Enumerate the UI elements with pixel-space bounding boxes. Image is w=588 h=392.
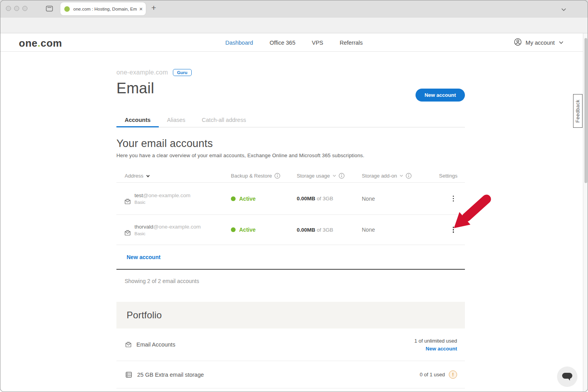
- backup-status: Active: [231, 227, 297, 233]
- page-scrollbar: [583, 33, 588, 392]
- portfolio-title: Portfolio: [127, 310, 162, 321]
- sort-chevron-icon: [332, 174, 336, 177]
- row-settings-kebab-icon[interactable]: [451, 194, 456, 203]
- table-row: thorvald@one-example.com Basic Active 0.…: [116, 215, 465, 245]
- info-icon: [339, 173, 345, 179]
- new-account-button[interactable]: New account: [416, 89, 465, 102]
- close-window-button[interactable]: [6, 6, 11, 11]
- tab-catch-all-address[interactable]: Catch-all address: [194, 114, 254, 127]
- portfolio-row-email-accounts: Email Accounts 1 of unlimited used New a…: [116, 328, 465, 361]
- email-accounts-table: Address Backup & Restore Storage usage S…: [116, 169, 465, 270]
- tab-aliases[interactable]: Aliases: [159, 114, 194, 127]
- column-header-storage-addon[interactable]: Storage add-on: [362, 173, 439, 179]
- email-address: test@one-example.com: [134, 192, 191, 198]
- new-tab-button[interactable]: +: [151, 3, 156, 13]
- portfolio-item-label: 25 GB Extra email storage: [137, 372, 204, 378]
- new-account-link[interactable]: New account: [127, 254, 160, 260]
- plan-label: Basic: [134, 200, 191, 205]
- storage-usage-value: 0.00MB of 3GB: [297, 227, 362, 233]
- chevron-down-icon: [559, 41, 564, 44]
- info-icon: [406, 173, 412, 179]
- my-account-menu[interactable]: My account: [514, 33, 564, 52]
- site-header: one.com Dashboard Office 365 VPS Referra…: [0, 33, 588, 52]
- storage-addon-value: None: [362, 196, 439, 202]
- storage-usage-value: 0.00MB of 3GB: [297, 196, 362, 201]
- email-account-icon: [125, 342, 131, 347]
- feedback-label: Feedback: [575, 100, 581, 123]
- section-description: Here you have a clear overview of your e…: [116, 152, 365, 158]
- column-header-backup[interactable]: Backup & Restore: [231, 173, 297, 179]
- chat-bubble-icon: [562, 372, 573, 381]
- nav-vps[interactable]: VPS: [312, 40, 323, 46]
- site-favicon: [64, 6, 70, 12]
- window-controls[interactable]: [6, 6, 27, 11]
- storage-icon: [125, 372, 132, 378]
- nav-dashboard[interactable]: Dashboard: [225, 40, 253, 46]
- section-title: Your email accounts: [116, 138, 213, 150]
- tab-title: one.com : Hosting, Domain, Ema: [73, 7, 137, 11]
- status-dot-icon: [231, 227, 236, 232]
- feedback-tab[interactable]: Feedback: [573, 94, 583, 128]
- column-header-storage-usage[interactable]: Storage usage: [297, 173, 362, 179]
- onecom-logo[interactable]: one.com: [19, 37, 62, 49]
- table-header-row: Address Backup & Restore Storage usage S…: [116, 169, 465, 183]
- status-dot-icon: [231, 196, 236, 201]
- sort-chevron-icon: [146, 174, 150, 178]
- column-header-settings: Settings: [439, 173, 465, 179]
- page-title: Email: [116, 80, 154, 97]
- table-row: test@one-example.com Basic Active 0.00MB…: [116, 183, 465, 215]
- portfolio-new-account-link[interactable]: New account: [414, 346, 457, 352]
- browser-window: one.com : Hosting, Domain, Ema × +: [0, 0, 588, 392]
- warning-icon[interactable]: !: [449, 370, 457, 379]
- plan-label: Basic: [134, 231, 201, 236]
- browser-toolbar: https://www.one.com/admin/mail/overview.…: [0, 18, 588, 33]
- breadcrumb-domain: one-example.com: [116, 69, 168, 76]
- plan-badge: Guru: [173, 69, 192, 76]
- email-account-icon: [125, 199, 131, 204]
- email-address: thorvald@one-example.com: [134, 224, 201, 230]
- email-overview-page: one-example.com Guru Email New account A…: [116, 52, 465, 392]
- my-account-label: My account: [526, 40, 555, 46]
- portfolio-row-extra-storage: 25 GB Extra email storage 0 of 1 used !: [116, 361, 465, 388]
- chat-widget-button[interactable]: [557, 367, 577, 387]
- tab-close-icon[interactable]: ×: [139, 6, 143, 12]
- nav-office-365[interactable]: Office 365: [270, 40, 296, 46]
- browser-tab[interactable]: one.com : Hosting, Domain, Ema ×: [60, 2, 146, 15]
- info-icon: [274, 173, 280, 179]
- scrollbar-thumb[interactable]: [584, 38, 587, 183]
- accounts-summary: Showing 2 of 2 email accounts: [125, 278, 199, 284]
- tab-overview-icon[interactable]: [46, 5, 53, 13]
- email-account-icon: [125, 230, 131, 236]
- zoom-window-button[interactable]: [22, 6, 27, 11]
- storage-addon-value: None: [362, 227, 439, 233]
- email-tabs: Accounts Aliases Catch-all address: [116, 114, 465, 127]
- nav-referrals[interactable]: Referrals: [339, 40, 363, 46]
- minimize-window-button[interactable]: [14, 6, 19, 11]
- main-navigation: Dashboard Office 365 VPS Referrals: [225, 33, 363, 52]
- sort-chevron-icon: [399, 174, 403, 177]
- usage-text: 0 of 1 used: [420, 372, 445, 377]
- usage-text: 1 of unlimited used: [414, 338, 457, 344]
- tab-bar: one.com : Hosting, Domain, Ema × +: [0, 0, 588, 18]
- user-avatar-icon: [514, 38, 522, 47]
- column-header-address[interactable]: Address: [116, 173, 231, 179]
- tab-accounts[interactable]: Accounts: [116, 114, 159, 127]
- tab-list-chevron-icon[interactable]: [561, 6, 567, 13]
- backup-status: Active: [231, 196, 297, 202]
- row-settings-kebab-icon[interactable]: [451, 225, 456, 234]
- portfolio-item-label: Email Accounts: [136, 341, 175, 348]
- portfolio-card: Portfolio Email Accounts 1 of unlimited …: [116, 302, 465, 392]
